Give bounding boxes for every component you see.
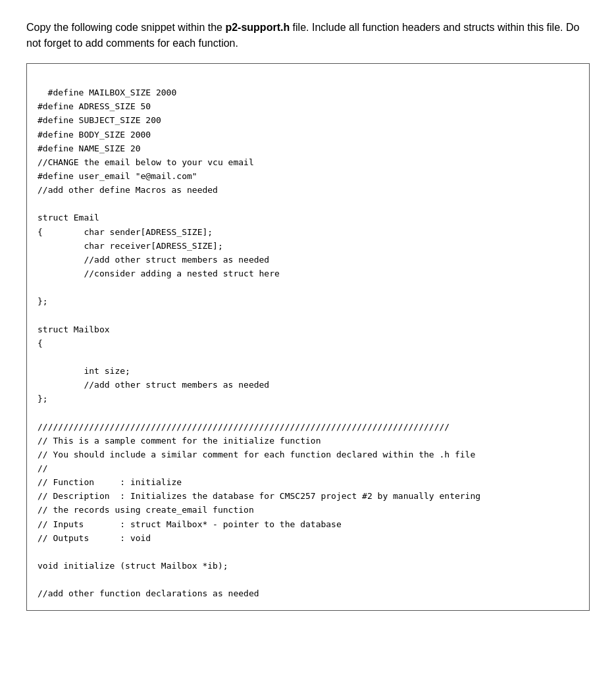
intro-paragraph: Copy the following code snippet within t… — [26, 20, 590, 51]
code-content: #define MAILBOX_SIZE 2000 #define ADRESS… — [38, 88, 480, 598]
intro-text-before-bold: Copy the following code snippet within t… — [26, 22, 225, 33]
code-snippet-box: #define MAILBOX_SIZE 2000 #define ADRESS… — [26, 63, 590, 611]
intro-bold-filename: p2-support.h — [225, 22, 290, 33]
